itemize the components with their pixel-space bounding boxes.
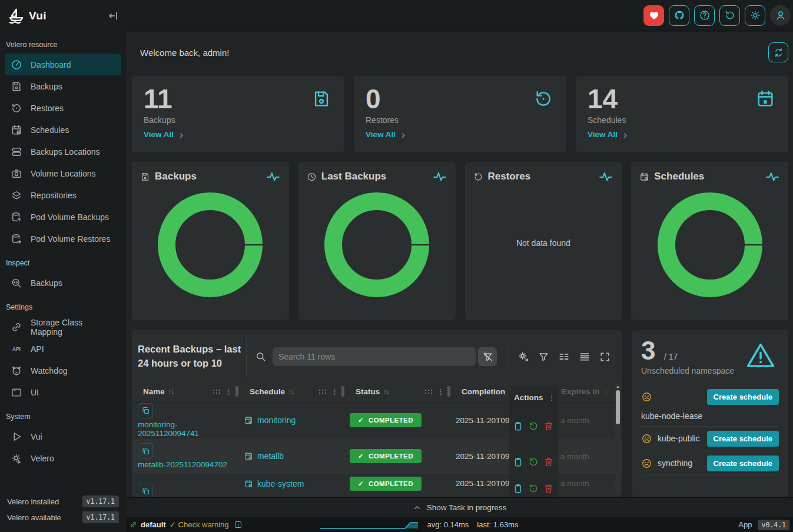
settings-clear-button[interactable] xyxy=(517,351,529,363)
sidebar-item-inspect-backups[interactable]: Backups xyxy=(5,272,121,294)
dashboard-refresh-button[interactable] xyxy=(768,42,788,62)
create-schedule-button[interactable]: Create schedule xyxy=(707,389,779,405)
show-task-label: Show Task in progress xyxy=(427,503,507,512)
fullscreen-button[interactable] xyxy=(599,351,610,363)
play-icon xyxy=(11,431,22,443)
restore-icon[interactable] xyxy=(528,483,539,494)
backups-donut-chart[interactable] xyxy=(140,192,281,298)
sidebar-item-schedules[interactable]: Schedules xyxy=(5,119,121,141)
table-title: Recent Backups – last 24 hours or top 10 xyxy=(138,343,243,371)
drag-handle-icon[interactable] xyxy=(213,388,222,394)
chevron-right-icon: › xyxy=(180,129,183,140)
show-task-bar[interactable]: Show Task in progress xyxy=(126,497,793,517)
theme-toggle-button[interactable] xyxy=(745,5,765,26)
backups-view-all-link[interactable]: View All› xyxy=(144,129,183,140)
charts-row: Backups Last Backups xyxy=(132,162,788,320)
delete-icon[interactable] xyxy=(543,483,554,494)
schedule-link[interactable]: kube-system xyxy=(244,474,341,497)
create-schedule-button[interactable]: Create schedule xyxy=(707,455,779,471)
column-header-name[interactable]: Name↑↓ xyxy=(143,387,174,396)
clipboard-icon[interactable] xyxy=(513,457,523,467)
column-header-schedule[interactable]: Schedule↑↓ xyxy=(250,387,294,396)
column-header-actions[interactable]: Actions xyxy=(514,393,543,402)
help-icon xyxy=(699,9,711,21)
pulse-icon[interactable] xyxy=(432,169,447,184)
drag-handle-icon[interactable] xyxy=(424,388,434,394)
backup-name-link[interactable]: metallb-20251120094702 xyxy=(138,460,227,469)
sidebar-collapse-icon[interactable] xyxy=(107,10,119,22)
pulse-icon[interactable] xyxy=(266,169,281,184)
pulse-icon[interactable] xyxy=(765,169,780,184)
last-backups-donut-chart[interactable] xyxy=(307,192,447,298)
scroll-up-arrow[interactable]: ▲ xyxy=(615,384,621,388)
column-header-completion[interactable]: Completion↑↓ xyxy=(462,387,514,396)
chart-card-schedules: Schedules xyxy=(631,162,788,320)
clear-filters-button[interactable] xyxy=(478,347,497,366)
column-menu-icon[interactable]: ⋮ xyxy=(437,387,444,396)
delete-icon[interactable] xyxy=(543,457,554,467)
info-icon[interactable] xyxy=(234,520,243,529)
sidebar-item-restores[interactable]: Restores xyxy=(5,97,121,119)
restore-icon[interactable] xyxy=(528,457,539,467)
sponsor-heart-button[interactable] xyxy=(643,5,664,26)
sidebar-item-pod-volume-backups[interactable]: Pod Volume Backups xyxy=(5,206,121,228)
sidebar-item-pod-volume-restores[interactable]: Pod Volume Restores xyxy=(5,228,121,250)
column-header-status[interactable]: Status↑↓ xyxy=(356,387,389,396)
sidebar-item-velero-system[interactable]: Velero xyxy=(5,447,121,469)
row-density-button[interactable] xyxy=(579,351,590,363)
copy-icon[interactable] xyxy=(138,403,153,418)
sidebar-item-label: Restores xyxy=(31,104,64,113)
table-scrollbar[interactable]: ▲ xyxy=(615,383,621,495)
velero-available-row: Velero available v1.17.1 xyxy=(7,511,119,523)
github-icon xyxy=(673,9,685,21)
sidebar-item-volume-locations[interactable]: Volume Locations xyxy=(5,162,121,184)
clipboard-icon[interactable] xyxy=(513,421,523,431)
column-menu-icon[interactable]: ⋮ xyxy=(331,387,339,396)
scrollbar-thumb[interactable] xyxy=(616,390,620,424)
schedules-view-all-link[interactable]: View All› xyxy=(588,129,627,140)
restores-label: Restores xyxy=(366,115,555,125)
column-menu-icon[interactable]: ⋮ xyxy=(225,387,233,396)
create-schedule-button[interactable]: Create schedule xyxy=(707,431,779,447)
drag-handle-icon[interactable] xyxy=(318,388,328,394)
column-header-expires-in[interactable]: Expires in↑↓ xyxy=(562,387,609,396)
sidebar-item-backups[interactable]: Backups xyxy=(5,75,121,97)
sidebar-item-vui-system[interactable]: Vui xyxy=(5,425,121,447)
copy-icon[interactable] xyxy=(138,484,153,498)
column-resize-handle[interactable] xyxy=(235,386,238,397)
delete-icon[interactable] xyxy=(543,421,554,431)
schedule-link[interactable]: metallb xyxy=(244,438,341,474)
database-right-icon xyxy=(11,233,22,245)
sidebar-item-storage-class-mapping[interactable]: Storage Class Mapping xyxy=(5,316,121,338)
sidebar-item-watchdog[interactable]: Watchdog xyxy=(5,360,121,381)
calendar-clock-icon xyxy=(244,479,253,488)
column-menu-icon[interactable]: ⋮ xyxy=(548,393,556,402)
cluster-context[interactable]: default xyxy=(141,520,166,529)
backup-name-link[interactable]: monitoring-20251120094741 xyxy=(138,420,238,438)
column-resize-handle[interactable] xyxy=(341,386,344,397)
columns-button[interactable] xyxy=(558,351,570,363)
sidebar-item-backups-locations[interactable]: Backups Locations xyxy=(5,141,121,162)
user-avatar[interactable] xyxy=(770,5,791,26)
schedule-link[interactable]: monitoring xyxy=(244,403,341,438)
reload-button[interactable] xyxy=(719,5,740,26)
restores-view-all-link[interactable]: View All› xyxy=(366,129,405,140)
pulse-icon[interactable] xyxy=(598,169,613,184)
sidebar-item-ui[interactable]: UI xyxy=(5,381,121,403)
sidebar-item-repositories[interactable]: Repositories xyxy=(5,184,121,206)
sidebar-item-label: Pod Volume Restores xyxy=(31,234,110,244)
filter-button[interactable] xyxy=(538,351,549,363)
clipboard-icon[interactable] xyxy=(513,483,523,494)
copy-icon[interactable] xyxy=(138,443,153,458)
actions-column: Actions⋮ xyxy=(509,387,558,497)
restore-icon[interactable] xyxy=(528,421,539,431)
help-button[interactable] xyxy=(694,5,715,26)
sidebar-item-api[interactable]: API API xyxy=(5,338,121,360)
sailboat-logo-icon xyxy=(7,7,25,25)
check-warning[interactable]: ✓Check warning xyxy=(170,520,229,529)
schedules-donut-chart[interactable] xyxy=(639,192,780,298)
search-input[interactable] xyxy=(273,347,476,366)
column-resize-handle[interactable] xyxy=(447,386,450,397)
github-button[interactable] xyxy=(669,5,689,26)
sidebar-item-dashboard[interactable]: Dashboard xyxy=(5,54,121,75)
